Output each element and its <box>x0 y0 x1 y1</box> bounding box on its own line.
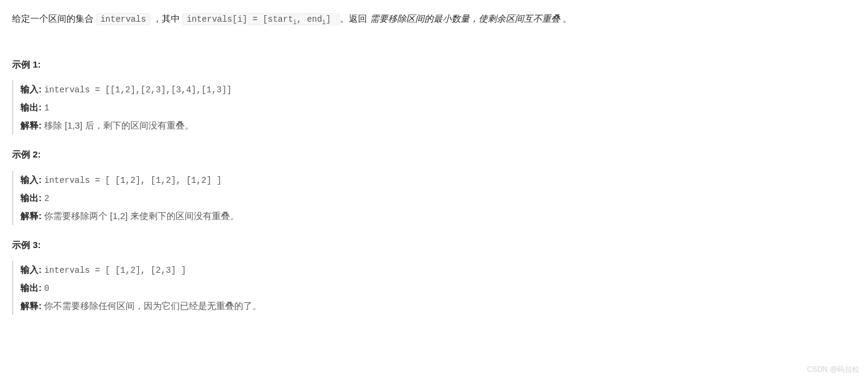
example-2-explain-value: 你需要移除两个 [1,2] 来使剩下的区间没有重叠。 <box>44 211 239 221</box>
example-1-heading: 示例 1: <box>12 57 856 72</box>
input-label: 输入: <box>21 174 42 185</box>
problem-description: 给定一个区间的集合 intervals ，其中 intervals[i] = [… <box>12 11 856 28</box>
input-label: 输入: <box>21 264 42 275</box>
example-3-output-row: 输出: 0 <box>21 279 856 297</box>
example-1-input-row: 输入: intervals = [[1,2],[2,3],[3,4],[1,3]… <box>21 80 856 98</box>
example-2-input-value: intervals = [ [1,2], [1,2], [1,2] ] <box>44 176 222 185</box>
desc-text-middle2: 。返回 <box>340 13 369 24</box>
explain-label: 解释: <box>21 301 42 311</box>
example-3-explain-value: 你不需要移除任何区间，因为它们已经是无重叠的了。 <box>44 301 261 311</box>
example-1-explain-row: 解释: 移除 [1,3] 后，剩下的区间没有重叠。 <box>21 116 856 135</box>
example-3-heading: 示例 3: <box>12 237 856 253</box>
desc-text-tail: 。 <box>563 13 572 24</box>
explain-label: 解释: <box>21 211 42 221</box>
desc-italic-goal: 需要移除区间的最小数量，使剩余区间互不重叠 <box>370 13 560 24</box>
example-1-explain-value: 移除 [1,3] 后，剩下的区间没有重叠。 <box>44 120 194 130</box>
example-3-output-value: 0 <box>44 284 49 293</box>
explain-label: 解释: <box>21 120 42 130</box>
example-1-input-value: intervals = [[1,2],[2,3],[3,4],[1,3]] <box>44 85 232 95</box>
output-label: 输出: <box>21 102 42 112</box>
example-3-block: 输入: intervals = [ [1,2], [2,3] ] 输出: 0 解… <box>12 261 856 315</box>
code-intervals-i: intervals[i] = [starti, endi] <box>182 13 340 25</box>
example-3-input-value: intervals = [ [1,2], [2,3] ] <box>44 266 186 275</box>
output-label: 输出: <box>21 282 42 293</box>
example-2-explain-row: 解释: 你需要移除两个 [1,2] 来使剩下的区间没有重叠。 <box>21 207 856 225</box>
example-1-block: 输入: intervals = [[1,2],[2,3],[3,4],[1,3]… <box>12 80 856 135</box>
example-2-input-row: 输入: intervals = [ [1,2], [1,2], [1,2] ] <box>21 171 856 189</box>
example-2-heading: 示例 2: <box>12 147 856 162</box>
desc-text-middle1: ，其中 <box>153 13 182 24</box>
output-label: 输出: <box>21 193 42 203</box>
input-label: 输入: <box>21 84 42 94</box>
example-2-output-value: 2 <box>44 194 49 203</box>
example-2-output-row: 输出: 2 <box>21 189 856 207</box>
example-2-block: 输入: intervals = [ [1,2], [1,2], [1,2] ] … <box>12 171 856 225</box>
example-1-output-row: 输出: 1 <box>21 98 856 116</box>
code-intervals: intervals <box>96 13 150 25</box>
desc-text-prefix: 给定一个区间的集合 <box>12 13 96 24</box>
example-1-output-value: 1 <box>44 103 49 113</box>
example-3-input-row: 输入: intervals = [ [1,2], [2,3] ] <box>21 261 856 279</box>
example-3-explain-row: 解释: 你不需要移除任何区间，因为它们已经是无重叠的了。 <box>21 297 856 315</box>
